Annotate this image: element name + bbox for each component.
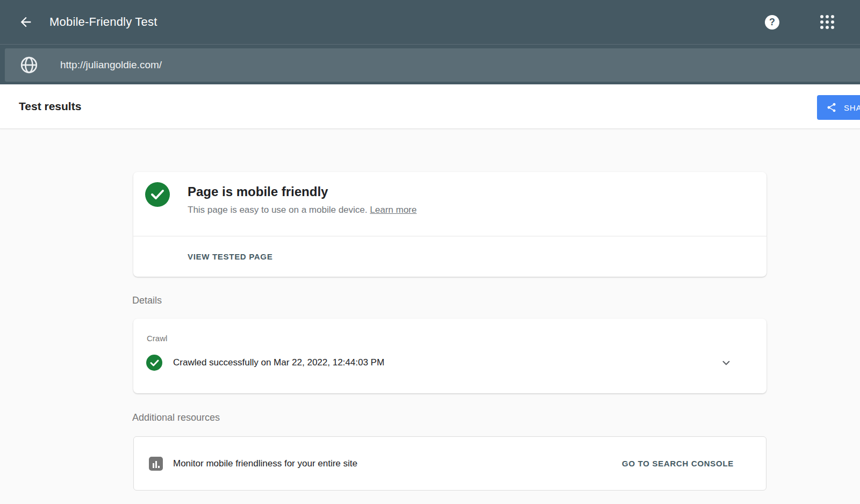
result-status-row: Page is mobile friendly This page is eas… xyxy=(133,172,766,236)
results-header: Test results SHARE xyxy=(0,84,860,129)
chevron-down-icon[interactable] xyxy=(719,356,733,370)
result-title: Page is mobile friendly xyxy=(188,184,417,199)
bar-chart-icon xyxy=(149,457,163,471)
share-icon xyxy=(826,102,837,113)
app-title: Mobile-Friendly Test xyxy=(49,15,157,29)
details-section-label: Details xyxy=(132,295,162,306)
crawl-success-check-icon xyxy=(146,355,162,371)
help-icon[interactable]: ? xyxy=(765,15,779,30)
back-arrow-icon xyxy=(18,15,33,30)
globe-icon xyxy=(19,55,39,75)
top-app-bar: Mobile-Friendly Test ? xyxy=(0,0,860,44)
resource-card: Monitor mobile friendliness for your ent… xyxy=(133,436,766,491)
additional-resources-label: Additional resources xyxy=(132,412,220,423)
crawl-group-label: Crawl xyxy=(147,334,766,343)
crawl-status-text: Crawled successfully on Mar 22, 2022, 12… xyxy=(173,357,384,368)
view-tested-page-row: VIEW TESTED PAGE xyxy=(133,236,766,276)
resource-title: Monitor mobile friendliness for your ent… xyxy=(173,458,357,469)
page-title: Test results xyxy=(19,100,81,113)
success-check-icon xyxy=(145,182,170,207)
view-tested-page-link[interactable]: VIEW TESTED PAGE xyxy=(188,252,273,261)
help-glyph: ? xyxy=(769,17,775,28)
apps-grid-icon[interactable] xyxy=(820,15,834,29)
url-band: http://juliangoldie.com/ xyxy=(0,44,860,84)
share-button-label: SHARE xyxy=(844,103,860,112)
url-input[interactable]: http://juliangoldie.com/ xyxy=(5,48,860,82)
back-button[interactable] xyxy=(16,12,35,32)
result-card: Page is mobile friendly This page is eas… xyxy=(133,172,766,277)
go-to-search-console-link[interactable]: GO TO SEARCH CONSOLE xyxy=(622,459,734,468)
result-description-text: This page is easy to use on a mobile dev… xyxy=(188,205,368,215)
crawl-status-row[interactable]: Crawled successfully on Mar 22, 2022, 12… xyxy=(147,355,766,371)
crawl-card: Crawl Crawled successfully on Mar 22, 20… xyxy=(133,319,766,393)
share-button[interactable]: SHARE xyxy=(817,95,860,120)
url-value: http://juliangoldie.com/ xyxy=(60,59,162,71)
result-description: This page is easy to use on a mobile dev… xyxy=(188,205,417,215)
learn-more-link[interactable]: Learn more xyxy=(370,205,417,215)
